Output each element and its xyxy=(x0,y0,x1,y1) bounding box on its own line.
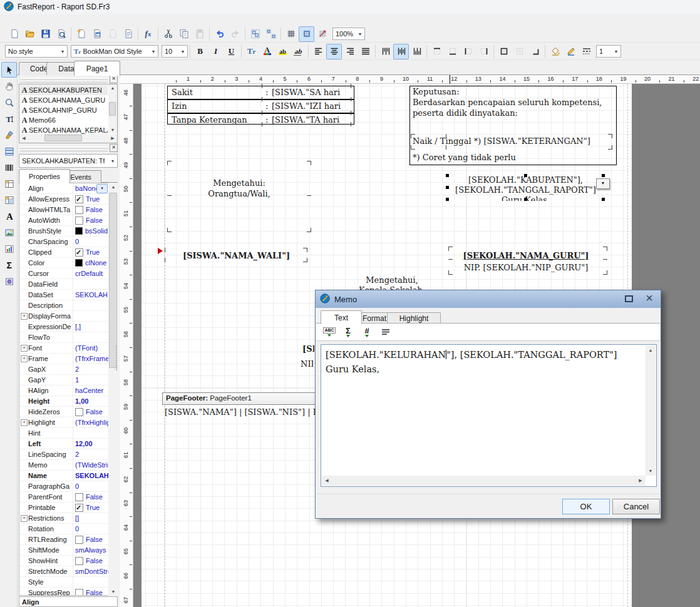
tree-item[interactable]: ASEKOLAHKABUPATEN xyxy=(20,85,108,95)
undo-button[interactable] xyxy=(212,26,227,42)
insert-number-button[interactable]: # xyxy=(359,325,375,339)
checkbox-checked-icon[interactable] xyxy=(75,248,83,257)
memo-tab-text[interactable]: Text xyxy=(321,310,362,324)
tree-item[interactable]: ASEKOLAHNAMA_GURU xyxy=(20,95,108,105)
panel-splitter[interactable] xyxy=(116,345,119,370)
expand-icon[interactable]: + xyxy=(21,345,28,352)
quick-data-dropdown[interactable]: ▼ xyxy=(596,178,610,189)
property-value[interactable] xyxy=(73,577,109,587)
valign-center-button[interactable] xyxy=(393,44,409,59)
property-value[interactable]: [] xyxy=(73,513,109,523)
property-value[interactable]: crDefault xyxy=(73,268,109,278)
font-dialog-button[interactable]: Tr xyxy=(244,44,259,59)
frame-edit-button[interactable] xyxy=(527,44,543,59)
tree-vertical-scrollbar[interactable]: ▲▼ xyxy=(108,84,117,133)
zoom-combo[interactable]: 100% ▼ xyxy=(332,28,365,40)
property-row-displayforma[interactable]: +DisplayForma xyxy=(19,311,109,322)
cut-button[interactable] xyxy=(160,26,176,42)
expand-icon[interactable]: + xyxy=(21,515,28,522)
insert-text-object-button[interactable]: A xyxy=(1,208,17,224)
property-value[interactable]: bsSolid xyxy=(73,226,109,236)
property-row-showhint[interactable]: ShowHintFalse xyxy=(19,556,109,566)
align-justify-button[interactable] xyxy=(358,44,373,59)
property-value[interactable]: False xyxy=(73,534,109,544)
property-value[interactable]: 0 xyxy=(73,481,109,491)
font-size-combo[interactable]: 10 ▼ xyxy=(162,45,188,58)
scroll-left-icon[interactable]: ◀ xyxy=(324,478,329,483)
property-value[interactable]: True xyxy=(73,194,109,204)
ungroup-button[interactable] xyxy=(263,26,279,42)
property-row-frame[interactable]: +Frame(TfrxFrame) xyxy=(19,354,109,364)
memo-vertical-scrollbar[interactable]: ▲ ▼ xyxy=(646,345,656,476)
property-value[interactable] xyxy=(73,428,109,438)
property-row-description[interactable]: Description xyxy=(19,300,109,311)
property-value[interactable]: (TfrxFrame) xyxy=(73,354,109,364)
property-row-parentfont[interactable]: ParentFontFalse xyxy=(19,492,109,502)
frame-top-button[interactable] xyxy=(429,44,445,59)
memo-text-editor[interactable]: [SEKOLAH."KELURAHAN"], [SEKOLAH."TANGGAL… xyxy=(321,344,657,487)
memo-dialog[interactable]: Memo × TextFormatHighlight ABCΣ# [SEKOLA… xyxy=(315,290,661,519)
scroll-left-icon[interactable]: ◀ xyxy=(21,136,26,141)
scroll-down-icon[interactable]: ▼ xyxy=(108,589,118,594)
property-row-hint[interactable]: Hint xyxy=(19,428,109,439)
property-row-allowhtmlta[interactable]: AllowHTMLTaFalse xyxy=(19,205,109,215)
frame-bottom-button[interactable] xyxy=(445,44,460,59)
property-row-left[interactable]: Left12,00 xyxy=(19,439,109,449)
frame-all-button[interactable] xyxy=(496,44,512,59)
property-row-expressionde[interactable]: ExpressionDe[,] xyxy=(19,322,109,332)
maximize-icon[interactable] xyxy=(625,295,633,302)
page-settings-button[interactable] xyxy=(120,26,136,42)
property-row-allowexpress[interactable]: AllowExpressTrue xyxy=(19,194,109,205)
property-value[interactable]: True xyxy=(73,247,109,257)
property-value[interactable]: 12,00 xyxy=(73,439,109,449)
align-right-button[interactable] xyxy=(342,44,358,59)
chevron-down-icon[interactable]: ▼ xyxy=(96,184,108,193)
property-value[interactable] xyxy=(73,300,109,310)
property-row-style[interactable]: Style xyxy=(19,577,109,588)
checkbox-unchecked-icon[interactable] xyxy=(75,589,83,596)
property-value[interactable]: 1 xyxy=(73,375,109,385)
property-row-brushstyle[interactable]: BrushStylebsSolid xyxy=(19,226,109,237)
copy-button[interactable] xyxy=(176,26,192,42)
expand-icon[interactable]: + xyxy=(21,419,28,426)
attendance-value[interactable]: [SISWA."TA hari xyxy=(272,115,339,125)
report-object-tree[interactable]: ASEKOLAHKABUPATENASEKOLAHNAMA_GURUASEKOL… xyxy=(19,84,118,143)
property-row-gapy[interactable]: GapY1 xyxy=(19,375,109,385)
property-value[interactable]: True xyxy=(73,502,109,513)
attendance-label[interactable]: Sakit xyxy=(172,88,193,97)
expand-icon[interactable]: + xyxy=(21,313,28,320)
property-value[interactable]: haCenter xyxy=(73,385,109,395)
property-value[interactable]: clNone xyxy=(73,258,109,268)
show-grid-button[interactable] xyxy=(283,26,299,42)
property-row-halign[interactable]: HAlignhaCenter xyxy=(19,385,109,396)
property-value[interactable]: 0 xyxy=(73,524,109,534)
guru-sign-memo[interactable]: [SEKOLAH."NAMA_GURU"] NIP. [SEKOLAH."NIP… xyxy=(448,250,604,273)
scroll-up-icon[interactable]: ▲ xyxy=(108,185,118,189)
text-editor-tool-button[interactable]: T xyxy=(1,111,17,126)
checkbox-unchecked-icon[interactable] xyxy=(75,536,83,544)
property-row-clipped[interactable]: ClippedTrue xyxy=(19,247,109,258)
inspector-panel-header[interactable]: ✕ xyxy=(19,145,118,151)
property-value[interactable]: 2 xyxy=(73,364,109,374)
property-value[interactable]: False xyxy=(73,492,109,502)
scroll-down-icon[interactable]: ▼ xyxy=(108,128,117,132)
property-row-memo[interactable]: Memo(TWideStrings) xyxy=(19,460,109,471)
preview-button[interactable] xyxy=(53,26,69,42)
nama-wali-memo[interactable]: [SISWA."NAMA_WALI"] xyxy=(183,251,290,260)
insert-picture-object-button[interactable] xyxy=(1,225,17,240)
align-left-button[interactable] xyxy=(311,44,326,59)
insert-expression-button[interactable]: ABC xyxy=(321,325,337,339)
property-row-flowto[interactable]: FlowTo xyxy=(19,332,109,343)
tree-item[interactable]: ASEKOLAHNIP_GURU xyxy=(20,105,108,115)
fit-to-grid-button[interactable] xyxy=(314,26,330,42)
sign-left-memo[interactable]: Mengetahui: Orangtua/Wali, xyxy=(167,178,311,199)
property-row-restrictions[interactable]: +Restrictions[] xyxy=(19,513,109,524)
frame-left-button[interactable] xyxy=(460,44,476,59)
checkbox-unchecked-icon[interactable] xyxy=(75,493,83,501)
new-report-button[interactable] xyxy=(6,26,22,42)
property-value[interactable]: [,] xyxy=(73,322,109,332)
close-icon[interactable]: ✕ xyxy=(110,75,118,83)
property-row-height[interactable]: Height1,00 xyxy=(19,396,109,407)
property-value[interactable]: 1,00 xyxy=(73,396,109,406)
font-combo[interactable]: Tr BookMan Old Style ▼ xyxy=(71,45,158,58)
